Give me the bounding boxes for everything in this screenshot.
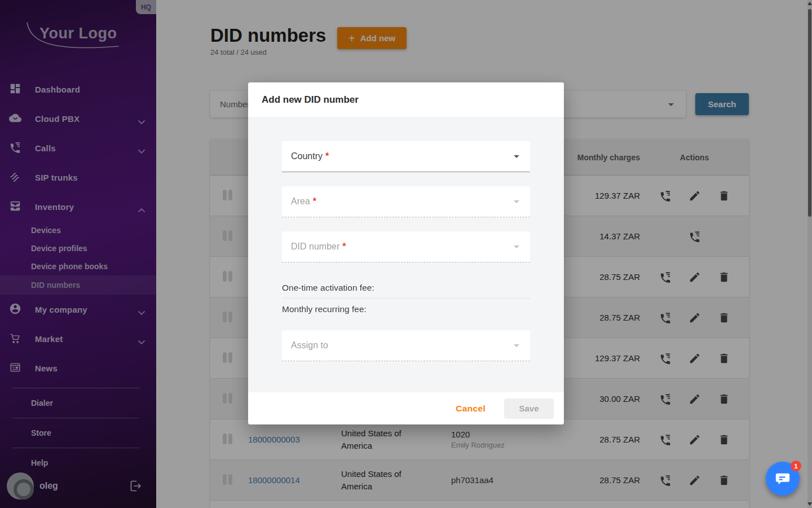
- chat-unread-badge: 1: [791, 461, 801, 471]
- dropdown-arrow-icon: [510, 195, 523, 208]
- assign-field-wrap: Assign to: [282, 330, 530, 361]
- dropdown-arrow-icon: [510, 240, 523, 253]
- field-label: Assign to: [291, 340, 328, 351]
- required-asterisk: *: [342, 242, 346, 252]
- add-did-modal: Add new DID number Country * Area * DID …: [248, 82, 564, 424]
- chat-bubble-icon: [774, 470, 791, 487]
- dropdown-arrow-icon: [510, 150, 523, 163]
- field-label: Area: [291, 196, 310, 207]
- field-label: DID number: [291, 242, 339, 252]
- dropdown-arrow-icon: [510, 339, 523, 352]
- app-root: HQ Your Logo Dashboard Cloud PBX Calls S…: [0, 0, 812, 508]
- modal-header: Add new DID number: [248, 82, 564, 117]
- required-asterisk: *: [313, 196, 316, 207]
- field-label: Country: [291, 151, 323, 161]
- area-select: Area *: [282, 186, 530, 217]
- chat-widget-button[interactable]: 1: [766, 462, 800, 496]
- save-button: Save: [504, 398, 554, 419]
- activation-fee-label: One-time activation fee:: [282, 277, 530, 298]
- recurring-fee-label: Monthly recurring fee:: [282, 299, 530, 319]
- assign-to-select: Assign to: [282, 330, 530, 361]
- modal-fields: Country * Area * DID number *: [282, 141, 530, 277]
- modal-footer: Cancel Save: [248, 392, 564, 424]
- did-number-select: DID number *: [282, 231, 530, 262]
- required-asterisk: *: [325, 151, 329, 161]
- modal-title: Add new DID number: [262, 94, 359, 106]
- country-select[interactable]: Country *: [282, 141, 530, 172]
- fee-block: One-time activation fee: Monthly recurri…: [282, 277, 530, 319]
- cancel-button[interactable]: Cancel: [456, 404, 486, 414]
